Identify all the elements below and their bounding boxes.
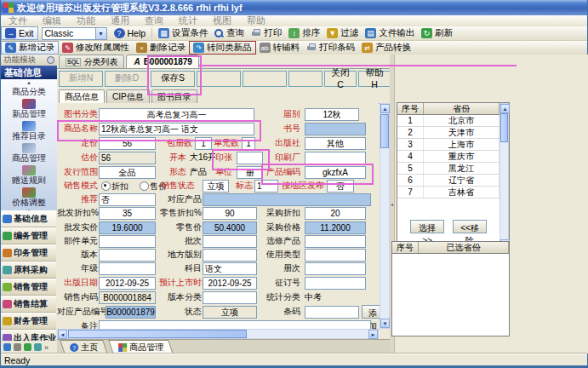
save-button[interactable]: 保存S (151, 71, 195, 87)
edition-season-field[interactable]: 12秋 (305, 108, 359, 121)
scroll-left-arrow[interactable]: ◄ (58, 330, 67, 339)
filter-button[interactable]: ▼过滤 (323, 27, 362, 39)
usage-type-field[interactable] (305, 249, 366, 262)
more-buttons-icon[interactable]: » (44, 343, 49, 352)
wholesale-price-field[interactable]: 19.6000 (99, 221, 156, 234)
file-output-button[interactable]: ▤文件输出 (362, 27, 418, 39)
footer-icon-0[interactable] (3, 343, 11, 351)
volume-field[interactable] (305, 262, 366, 275)
close-button[interactable]: 关闭C (324, 71, 357, 87)
convert-similar-button[interactable]: ↷转同类新品 (189, 41, 256, 55)
sidebar-item-recommend-catalog[interactable]: 推荐目录 (1, 121, 57, 141)
convert-material-button[interactable]: ab转辅料 (256, 42, 304, 54)
tab-product-info[interactable]: 商品信息 (59, 89, 105, 103)
province-row[interactable]: 2天津市 (397, 127, 509, 139)
distribution-range-field[interactable]: 全品 (99, 166, 156, 179)
product-convert-button[interactable]: ⇄产品转换 (358, 42, 414, 54)
pin-icon[interactable] (47, 56, 54, 64)
province-row[interactable]: 3上海市 (397, 139, 509, 151)
menu-query[interactable]: 查询 (137, 15, 171, 26)
book-number-field[interactable] (305, 123, 366, 135)
nav-sales-settle[interactable]: 销售结算 (1, 296, 56, 313)
sidebar-item-price-adjust[interactable]: 价格调整 (1, 187, 57, 208)
sidebar-item-new-product[interactable]: 新品管理 (1, 99, 57, 119)
tab-cip-info[interactable]: CIP信息 (106, 89, 150, 103)
theme-select[interactable]: Classic▼ (42, 27, 107, 40)
menu-edit[interactable]: 编辑 (35, 15, 69, 26)
product-code-field[interactable]: gkzfxA (305, 166, 366, 179)
form-horizontal-scrollbar[interactable]: ◄ ► (57, 329, 379, 339)
menu-function[interactable]: 功能 (69, 15, 103, 26)
nav-material-purchase[interactable]: 原料采购 (1, 262, 56, 279)
tab-category-list[interactable]: SQL分类列表 (59, 55, 124, 68)
subject-field[interactable]: 语文 (203, 262, 257, 275)
sidebar-item-product-category[interactable]: 商品分类 (1, 87, 57, 97)
province-row[interactable]: 7吉林省 (397, 187, 509, 198)
sidebar-item-gift-rule[interactable]: 赠送规则 (1, 165, 57, 186)
barcode-field[interactable] (305, 306, 359, 319)
book-category-field[interactable]: 高考总复习高一 (99, 108, 254, 121)
print-button[interactable]: 打印 (248, 27, 285, 39)
retail-price-field[interactable]: 50.4000 (203, 221, 257, 234)
elective-product-field[interactable] (305, 235, 366, 248)
form-vertical-scrollbar[interactable]: ▲ ▼ (380, 103, 390, 329)
related-product-code-field[interactable]: B000001879 (106, 306, 156, 319)
stat-category-field[interactable]: 中考 (305, 291, 339, 304)
scrollbar-thumb[interactable] (500, 113, 508, 142)
set-condition-button[interactable]: ▦设置条件 (155, 27, 211, 39)
help-action-button[interactable]: 帮助H (358, 71, 391, 87)
nav-printing[interactable]: 印务管理 (1, 244, 56, 262)
scroll-up-arrow[interactable]: ▲ (500, 104, 510, 113)
tab-product-management[interactable]: 商品管理 (108, 340, 174, 354)
product-name-field[interactable]: 12秋高考总复习高一 语文 (99, 123, 254, 135)
purchase-price-field[interactable]: 11.2000 (305, 221, 366, 234)
tab-book-catalog[interactable]: 图书目录 (151, 89, 197, 103)
footer-icon-1[interactable] (14, 343, 21, 351)
format-field[interactable]: 大16开 (190, 152, 215, 164)
nav-sales[interactable]: 销售管理 (1, 279, 56, 296)
nav-basic-info[interactable]: 基础信息 (1, 210, 56, 227)
region-publish-field[interactable]: 否 (327, 180, 354, 193)
recommend-field[interactable]: 否 (99, 193, 156, 206)
spacer-button-3[interactable] (288, 71, 323, 87)
spacer-button-1[interactable] (197, 71, 241, 87)
flag-field[interactable]: 1 (254, 180, 278, 193)
local-edition-field[interactable] (203, 249, 257, 262)
tab-record-b000001879[interactable]: AB000001879 (126, 55, 199, 68)
grade-field[interactable] (99, 262, 156, 275)
province-row[interactable]: 5黑龙江 (397, 163, 509, 175)
spacer-button-2[interactable] (243, 71, 287, 87)
menu-common[interactable]: 通用 (103, 15, 137, 26)
form-type-field[interactable]: 产品 (190, 166, 215, 179)
collapse-icon[interactable]: ◄ (390, 202, 394, 207)
refresh-button[interactable]: ↻刷新 (418, 27, 456, 39)
sales-code-field[interactable]: B000001884 (99, 291, 156, 304)
scroll-down-arrow[interactable]: ▼ (380, 319, 390, 328)
menu-stat[interactable]: 统计 (171, 15, 205, 26)
select-provinces-button[interactable]: 选择>> (410, 220, 444, 233)
batch-field[interactable] (203, 235, 257, 248)
part-unit-field[interactable] (99, 235, 156, 248)
retail-discount-field[interactable]: 90 (203, 207, 257, 220)
sidebar-item-product-management[interactable]: 商品管理 (1, 143, 57, 164)
query-button[interactable]: 查询 (211, 27, 248, 39)
delete-record-button[interactable]: ×删除记录 (133, 42, 189, 54)
nav-finance[interactable]: 财务管理 (1, 313, 56, 330)
version-category-field[interactable] (203, 291, 257, 304)
status-field[interactable]: 立项 (203, 306, 257, 319)
print-barcode-button[interactable]: 打印条码 (303, 42, 358, 54)
delete-button[interactable]: 删除D (105, 71, 149, 87)
add-record-button[interactable]: ✎新增记录 (1, 41, 59, 55)
wholesale-discount-field[interactable]: 35 (99, 207, 156, 220)
province-table-vscroll[interactable]: ▲ ▼ (500, 103, 509, 250)
scroll-right-arrow[interactable]: ► (368, 330, 378, 339)
sort-button[interactable]: ↕排序 (285, 27, 323, 39)
add-button[interactable]: 新增N (59, 71, 103, 87)
province-row[interactable]: 6辽宁省 (397, 175, 509, 187)
scrollbar-thumb[interactable] (68, 330, 247, 338)
version-field[interactable] (99, 249, 156, 262)
chevron-down-icon[interactable]: ▼ (95, 28, 106, 39)
province-row[interactable]: 1北京市 (397, 115, 509, 127)
menu-view[interactable]: 视图 (205, 15, 239, 26)
footer-icon-3[interactable] (34, 343, 42, 351)
